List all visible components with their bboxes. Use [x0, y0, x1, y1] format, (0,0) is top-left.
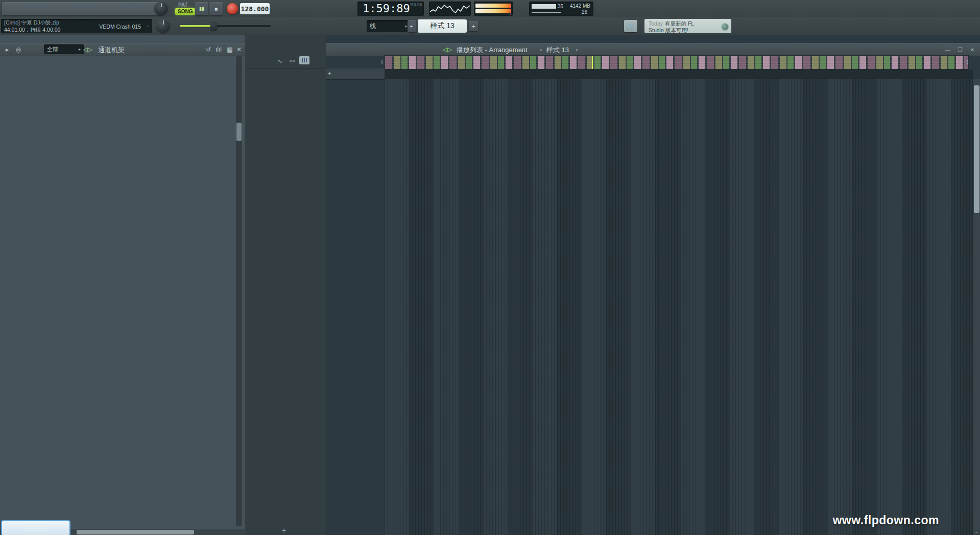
- meter-right: [475, 9, 511, 13]
- add-pattern-plus[interactable]: +: [282, 526, 286, 534]
- poly-value: 26: [582, 9, 587, 15]
- update-notification[interactable]: Today有更新的 FL Studio 版本可用!: [644, 19, 731, 33]
- secondary-toolbar: [Cirno] 宁夏 DJ小盼.zip 44:01:00，持续 4:00:00 …: [0, 17, 980, 35]
- cpu-meter: [532, 4, 556, 9]
- playlist-titlebar[interactable]: ◁▷ 播放列表 - Arrangement ▸ 样式 13 ▸ — ❐ ✕: [326, 43, 980, 56]
- breadcrumb-arrow: ▸: [540, 47, 543, 52]
- close-icon[interactable]: ✕: [967, 45, 978, 54]
- notification-day: Today: [649, 20, 663, 27]
- notification-line2: Studio 版本可用!: [649, 27, 688, 33]
- play-icon[interactable]: ▸: [2, 45, 12, 54]
- oscilloscope[interactable]: [429, 2, 471, 16]
- graph-icon[interactable]: ılıl: [213, 45, 224, 54]
- channel-rack-titlebar[interactable]: ▸ ◎ 全部▸ ◁▷ 通道机架 ↺ ılıl ▦ ✕: [0, 43, 245, 56]
- playlist-corner: +: [326, 68, 385, 80]
- pattern-picker: ∿ ⚯ Ш +: [246, 35, 326, 535]
- speaker-icon[interactable]: ◁▷: [442, 45, 452, 54]
- shop-cart-button[interactable]: 🛒: [624, 20, 637, 32]
- breadcrumb-arrow2: ▸: [576, 47, 579, 52]
- filter-value: 全部: [47, 45, 58, 53]
- stop-button[interactable]: ■: [209, 2, 223, 15]
- notification-line1: 有更新的 FL: [665, 20, 694, 27]
- channel-rack-scrollbar[interactable]: [236, 56, 242, 526]
- playlist-title: 播放列表 - Arrangement: [457, 45, 528, 55]
- record-button[interactable]: [227, 3, 238, 14]
- playlist-window: ◁▷ 播放列表 - Arrangement ▸ 样式 13 ▸ — ❐ ✕ ⟨ …: [326, 35, 980, 535]
- oscilloscope-wave: [429, 2, 471, 16]
- minimize-icon[interactable]: —: [942, 45, 953, 54]
- pattern-panel-grid-icon[interactable]: [212, 56, 223, 65]
- automation-view-icon[interactable]: ⚯: [287, 57, 297, 66]
- globe-icon: [721, 23, 729, 31]
- time-display[interactable]: 1:59:89 M:S:CS: [357, 2, 424, 16]
- minimap-right-arrow[interactable]: ⟩: [963, 57, 973, 66]
- song-info-panel: [Cirno] 宁夏 DJ小盼.zip 44:01:00，持续 4:00:00 …: [1, 19, 152, 33]
- timeline-ruler[interactable]: [385, 69, 973, 79]
- current-sample: VEDM Crash 015: [99, 24, 141, 30]
- menu-bar: [2, 2, 159, 15]
- playlist-subtitle: 样式 13: [546, 45, 569, 55]
- master-pitch-slider[interactable]: [180, 25, 271, 27]
- scroll-down-icon[interactable]: ⌄: [974, 529, 978, 534]
- cpu-value: 35: [558, 4, 563, 9]
- shuffle-knob[interactable]: [156, 19, 170, 33]
- vscroll-thumb[interactable]: [974, 85, 979, 213]
- slider-fill: [180, 25, 213, 27]
- main-volume-knob[interactable]: [154, 2, 168, 15]
- windows-language-bar[interactable]: [1, 520, 70, 535]
- loop-icon[interactable]: ◎: [13, 45, 23, 54]
- channel-filter[interactable]: 全部▸: [44, 44, 84, 54]
- meter-reset-icon[interactable]: ↻: [508, 11, 512, 16]
- fl-studio-window: PAT SONG ▮▮ ■ 128.000 1:59:89 M:S:CS ↻ 3…: [0, 0, 980, 535]
- scroll-thumb[interactable]: [236, 123, 242, 141]
- minimap-playhead: [592, 56, 593, 69]
- playlist-grid[interactable]: [385, 79, 973, 535]
- time-value: 1:59:89: [363, 2, 410, 15]
- playlist-minimap[interactable]: [385, 55, 969, 69]
- cpu-graph: [532, 12, 561, 13]
- add-pattern-button[interactable]: +: [469, 21, 478, 31]
- playlist-vscrollbar[interactable]: ⌄: [973, 79, 980, 535]
- watermark: www.flpdown.com: [832, 514, 939, 527]
- time-unit: M:S:CS: [411, 3, 422, 6]
- speaker-icon[interactable]: ◁▷: [83, 45, 93, 54]
- maximize-icon[interactable]: ❐: [954, 45, 966, 54]
- snap-selector[interactable]: 线▸: [367, 20, 411, 32]
- sample-icon: ⍖: [146, 23, 149, 29]
- pattern-picker-header: ∿ ⚯ Ш: [246, 55, 326, 69]
- cpu-panel[interactable]: 35 4142 MB 26: [529, 2, 593, 16]
- piano-view-icon[interactable]: Ш: [299, 56, 309, 64]
- pause-button[interactable]: ▮▮: [195, 2, 208, 15]
- mem-value: 4142 MB: [570, 3, 590, 9]
- level-meters[interactable]: ↻: [474, 2, 513, 16]
- meter-left: [475, 4, 511, 8]
- slider-thumb[interactable]: [210, 21, 217, 31]
- chevron-right-icon: ▸: [79, 47, 81, 52]
- main-toolbar: PAT SONG ▮▮ ■ 128.000 1:59:89 M:S:CS ↻ 3…: [0, 0, 980, 17]
- hscroll-thumb[interactable]: [77, 530, 194, 534]
- pattern-selector[interactable]: 样式 13: [418, 19, 467, 33]
- pattern-prev-button[interactable]: ▸: [408, 20, 416, 32]
- channel-rack-title: 通道机架: [98, 45, 125, 55]
- tempo-display[interactable]: 128.000: [240, 3, 270, 14]
- close-icon[interactable]: ✕: [234, 45, 244, 54]
- wave-view-icon[interactable]: ∿: [275, 57, 285, 66]
- add-track-button[interactable]: +: [328, 70, 331, 77]
- snap-value: 线: [370, 22, 376, 31]
- grid-icon[interactable]: ▦: [225, 45, 235, 54]
- pat-song-toggle[interactable]: PAT SONG: [175, 2, 194, 16]
- pat-label[interactable]: PAT: [178, 2, 188, 8]
- channel-rack: ▸ ◎ 全部▸ ◁▷ 通道机架 ↺ ılıl ▦ ✕: [0, 35, 245, 535]
- undo-icon[interactable]: ↺: [203, 45, 213, 54]
- song-label[interactable]: SONG: [175, 8, 195, 15]
